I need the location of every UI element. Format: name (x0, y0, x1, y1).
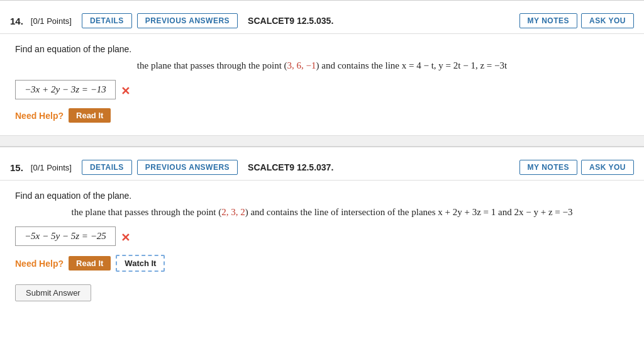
problem-14-middle: ) and contains the line x = 4 − t, y = 2… (316, 60, 508, 70)
question-14-answer-row: −3x + 2y − 3z = −13 ✕ (15, 80, 629, 102)
read-it-button-15[interactable]: Read It (69, 256, 111, 271)
problem-14-before: the plane that passes through the point … (137, 60, 287, 70)
question-15-find-eq: Find an equation of the plane. (15, 191, 629, 201)
question-15-answer: −5x − 5y − 5z = −25 (15, 226, 116, 246)
question-14-number: 14. (10, 16, 23, 26)
prev-answers-button-15[interactable]: PREVIOUS ANSWERS (137, 160, 238, 175)
question-15-answer-row: −5x − 5y − 5z = −25 ✕ (15, 226, 629, 248)
question-15-code: SCALCET9 12.5.037. (248, 162, 333, 172)
ask-you-button-14[interactable]: ASK YOU (581, 13, 634, 28)
submit-row-15: Submit Answer (15, 278, 629, 301)
right-buttons-14: MY NOTES ASK YOU (519, 13, 634, 28)
question-15: 15. [0/1 Points] DETAILS PREVIOUS ANSWER… (0, 147, 644, 314)
question-14: 14. [0/1 Points] DETAILS PREVIOUS ANSWER… (0, 0, 644, 135)
question-14-find-eq: Find an equation of the plane. (15, 44, 629, 54)
question-15-header: 15. [0/1 Points] DETAILS PREVIOUS ANSWER… (0, 155, 644, 181)
question-14-need-help-row: Need Help? Read It (15, 108, 629, 123)
question-15-incorrect-mark: ✕ (121, 231, 130, 245)
prev-answers-button-14[interactable]: PREVIOUS ANSWERS (137, 13, 238, 28)
problem-15-middle: ) and contains the line of intersection … (245, 207, 573, 217)
question-14-need-help-label: Need Help? (15, 111, 64, 121)
details-button-15[interactable]: DETAILS (82, 160, 132, 175)
question-15-need-help-row: Need Help? Read It Watch It (15, 255, 629, 272)
problem-14-coords: 3, 6, −1 (287, 60, 316, 70)
problem-15-coords: 2, 3, 2 (221, 207, 245, 217)
watch-it-button-15[interactable]: Watch It (116, 255, 165, 272)
read-it-button-14[interactable]: Read It (69, 108, 111, 123)
question-15-need-help-label: Need Help? (15, 259, 64, 269)
question-14-incorrect-mark: ✕ (121, 84, 130, 98)
right-buttons-15: MY NOTES ASK YOU (519, 160, 634, 175)
question-14-code: SCALCET9 12.5.035. (248, 16, 333, 26)
my-notes-button-14[interactable]: MY NOTES (519, 13, 577, 28)
question-15-body: Find an equation of the plane. the plane… (0, 181, 644, 314)
ask-you-button-15[interactable]: ASK YOU (581, 160, 634, 175)
problem-15-before: the plane that passes through the point … (72, 207, 222, 217)
divider-between-questions (0, 135, 644, 147)
details-button-14[interactable]: DETAILS (82, 13, 132, 28)
question-14-points: [0/1 Points] (31, 16, 72, 26)
question-14-answer: −3x + 2y − 3z = −13 (15, 80, 116, 99)
question-14-header: 14. [0/1 Points] DETAILS PREVIOUS ANSWER… (0, 8, 644, 34)
my-notes-button-15[interactable]: MY NOTES (519, 160, 577, 175)
question-15-problem: the plane that passes through the point … (15, 207, 629, 218)
submit-answer-button-15[interactable]: Submit Answer (15, 284, 91, 301)
question-15-points: [0/1 Points] (31, 163, 72, 172)
question-14-body: Find an equation of the plane. the plane… (0, 34, 644, 135)
question-15-number: 15. (10, 162, 23, 173)
question-14-problem: the plane that passes through the point … (15, 60, 629, 71)
